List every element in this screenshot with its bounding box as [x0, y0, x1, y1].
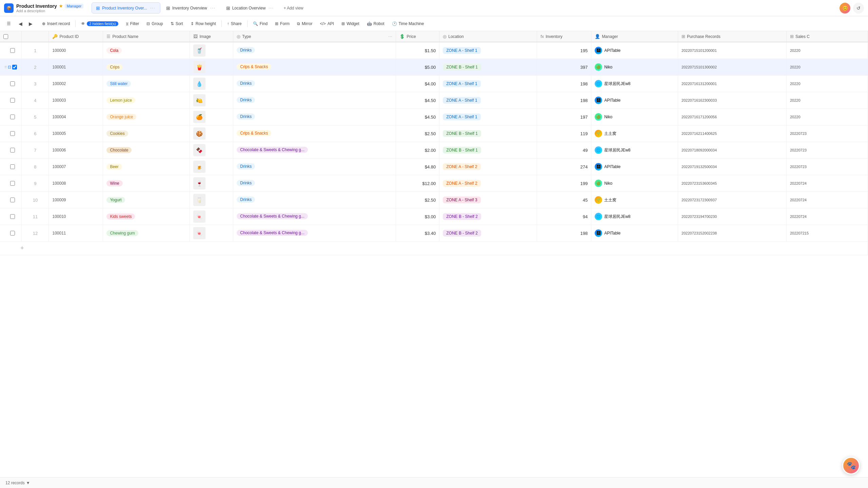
- mirror-btn[interactable]: ⧉ Mirror: [294, 20, 316, 28]
- col-header-checkbox[interactable]: [0, 31, 22, 42]
- row-product-name-100002[interactable]: Still water: [103, 76, 190, 92]
- row-image-100006[interactable]: 🍫: [190, 142, 233, 159]
- row-checkbox-cell[interactable]: ⠿: [0, 142, 22, 159]
- table-row[interactable]: ⠿ 7 100006 Chocolate 🍫 Chocolate & Sweet…: [0, 142, 868, 159]
- tab-options-location[interactable]: ⋯: [268, 5, 274, 11]
- row-type-100005[interactable]: Crips & Snacks: [233, 125, 396, 142]
- row-checkbox-cell[interactable]: ⠿: [0, 76, 22, 92]
- row-location-100006[interactable]: ZONE B - Shelf 1: [439, 142, 537, 159]
- row-checkbox-100003[interactable]: [10, 98, 15, 103]
- table-row[interactable]: ⠿ 8 100007 Beer 🍺 Drinks $4.80 ZONE A - …: [0, 159, 868, 175]
- row-product-name-100000[interactable]: Cola: [103, 42, 190, 59]
- row-product-name-100007[interactable]: Beer: [103, 159, 190, 175]
- row-product-name-100008[interactable]: Wine: [103, 175, 190, 192]
- row-checkbox-cell[interactable]: ⠿: [0, 109, 22, 125]
- row-checkbox-100010[interactable]: [10, 214, 15, 219]
- row-manager-100011[interactable]: 🅰 APITable: [591, 225, 678, 242]
- table-row[interactable]: ⠿ 6 100005 Cookies 🍪 Crips & Snacks $2.5…: [0, 125, 868, 142]
- row-type-100009[interactable]: Drinks: [233, 192, 396, 208]
- row-manager-100006[interactable]: 🌐 星球居民JEw8: [591, 142, 678, 159]
- table-row[interactable]: ⠿ 12 100011 Chewing gum 🍬 Chocolate & Sw…: [0, 225, 868, 242]
- find-btn[interactable]: 🔍 Find: [250, 20, 271, 28]
- row-location-100000[interactable]: ZONE A - Shelf 1: [439, 42, 537, 59]
- row-manager-100010[interactable]: 🌐 星球居民JEw8: [591, 208, 678, 225]
- row-checkbox-cell[interactable]: ⠿: [0, 192, 22, 208]
- row-image-100010[interactable]: 🍬: [190, 208, 233, 225]
- filter-btn[interactable]: ⧖ Filter: [122, 20, 143, 28]
- row-image-100011[interactable]: 🍬: [190, 225, 233, 242]
- row-manager-100009[interactable]: 🌱 土土窝: [591, 192, 678, 208]
- tab-options-inventory[interactable]: ⋯: [209, 5, 216, 11]
- group-btn[interactable]: ⊟ Group: [143, 20, 166, 28]
- row-location-100003[interactable]: ZONE A - Shelf 1: [439, 92, 537, 109]
- table-row[interactable]: ⠿ ⊡ 2 100001 Crips 🍟 Crips & Snacks $5.0…: [0, 59, 868, 76]
- table-row[interactable]: ⠿ 5 100004 Orange juice 🍊 Drinks $4.50 Z…: [0, 109, 868, 125]
- row-checkbox-cell[interactable]: ⠿: [0, 42, 22, 59]
- row-type-100010[interactable]: Chocolate & Sweets & Chewing g...: [233, 208, 396, 225]
- row-manager-100003[interactable]: 🅰 APITable: [591, 92, 678, 109]
- table-row[interactable]: ⠿ 1 100000 Cola 🥤 Drinks $1.50 ZONE A - …: [0, 42, 868, 59]
- row-manager-100005[interactable]: 🌱 土土窝: [591, 125, 678, 142]
- row-image-100001[interactable]: 🍟: [190, 59, 233, 76]
- row-type-100002[interactable]: Drinks: [233, 76, 396, 92]
- row-manager-100008[interactable]: 🟢 Niko: [591, 175, 678, 192]
- row-manager-100002[interactable]: 🌐 星球居民JEw8: [591, 76, 678, 92]
- row-location-100007[interactable]: ZONE A - Shelf 2: [439, 159, 537, 175]
- row-checkbox-100002[interactable]: [10, 81, 15, 86]
- row-image-100000[interactable]: 🥤: [190, 42, 233, 59]
- row-location-100001[interactable]: ZONE B - Shelf 1: [439, 59, 537, 76]
- row-product-name-100010[interactable]: Kids sweets: [103, 208, 190, 225]
- star-icon[interactable]: ★: [59, 4, 63, 8]
- row-type-100008[interactable]: Drinks: [233, 175, 396, 192]
- tab-product-inventory[interactable]: ⊞ Product Inventory Over... ⋯: [92, 2, 160, 14]
- share-btn[interactable]: ↑ Share: [224, 20, 245, 28]
- add-row-cell[interactable]: +: [0, 242, 868, 255]
- row-manager-100004[interactable]: 🟢 Niko: [591, 109, 678, 125]
- row-image-100004[interactable]: 🍊: [190, 109, 233, 125]
- insert-record-btn[interactable]: ⊕ Insert record: [39, 20, 73, 28]
- row-product-name-100011[interactable]: Chewing gum: [103, 225, 190, 242]
- row-checkbox-100000[interactable]: [10, 48, 15, 53]
- col-header-product-id[interactable]: 🔑 Product ID: [49, 31, 103, 42]
- col-header-inventory[interactable]: fx Inventory: [537, 31, 591, 42]
- row-location-100010[interactable]: ZONE B - Shelf 2: [439, 208, 537, 225]
- hidden-fields-btn[interactable]: 👁 2 hidden field(s): [78, 20, 121, 28]
- col-header-price[interactable]: 💲 Price: [396, 31, 439, 42]
- row-type-100011[interactable]: Chocolate & Sweets & Chewing g...: [233, 225, 396, 242]
- row-checkbox-100004[interactable]: [10, 115, 15, 119]
- row-checkbox-100006[interactable]: [10, 148, 15, 152]
- col-header-type[interactable]: ◎ Type ⋯: [233, 31, 396, 42]
- col-header-sales[interactable]: ⊞ Sales C: [787, 31, 868, 42]
- row-checkbox-cell[interactable]: ⠿: [0, 125, 22, 142]
- row-checkbox-cell[interactable]: ⠿: [0, 225, 22, 242]
- sort-btn[interactable]: ⇅ Sort: [167, 20, 186, 28]
- col-header-manager[interactable]: 👤 Manager: [591, 31, 678, 42]
- col-header-location[interactable]: ◎ Location: [439, 31, 537, 42]
- row-product-name-100003[interactable]: Lemon juice: [103, 92, 190, 109]
- row-checkbox-cell[interactable]: ⠿: [0, 159, 22, 175]
- table-wrapper[interactable]: 🔑 Product ID ☰ Product Name 🖼 Image: [0, 31, 868, 477]
- col-header-image[interactable]: 🖼 Image: [190, 31, 233, 42]
- row-checkbox-cell[interactable]: ⠿: [0, 92, 22, 109]
- row-height-btn[interactable]: ⇕ Row height: [187, 20, 219, 28]
- select-all-checkbox[interactable]: [3, 34, 8, 39]
- row-checkbox-100008[interactable]: [10, 181, 15, 186]
- row-checkbox-100009[interactable]: [10, 198, 15, 202]
- row-product-name-100001[interactable]: Crips: [103, 59, 190, 76]
- row-type-100000[interactable]: Drinks: [233, 42, 396, 59]
- bottom-right-avatar[interactable]: 🐾: [842, 457, 860, 474]
- add-row[interactable]: +: [0, 242, 868, 255]
- add-view-button[interactable]: + Add view: [280, 4, 307, 13]
- time-machine-btn[interactable]: 🕐 Time Machine: [389, 20, 428, 28]
- row-type-100003[interactable]: Drinks: [233, 92, 396, 109]
- row-type-100006[interactable]: Chocolate & Sweets & Chewing g...: [233, 142, 396, 159]
- row-location-100002[interactable]: ZONE A - Shelf 1: [439, 76, 537, 92]
- row-checkbox-cell[interactable]: ⠿ ⊡: [0, 59, 22, 76]
- table-row[interactable]: ⠿ 3 100002 Still water 💧 Drinks $4.00 ZO…: [0, 76, 868, 92]
- row-product-name-100009[interactable]: Yogurt: [103, 192, 190, 208]
- row-checkbox-100005[interactable]: [10, 131, 15, 136]
- row-type-100007[interactable]: Drinks: [233, 159, 396, 175]
- expand-icon[interactable]: ⊡: [8, 65, 11, 69]
- row-checkbox-cell[interactable]: ⠿: [0, 175, 22, 192]
- records-arrow[interactable]: ▼: [26, 481, 30, 485]
